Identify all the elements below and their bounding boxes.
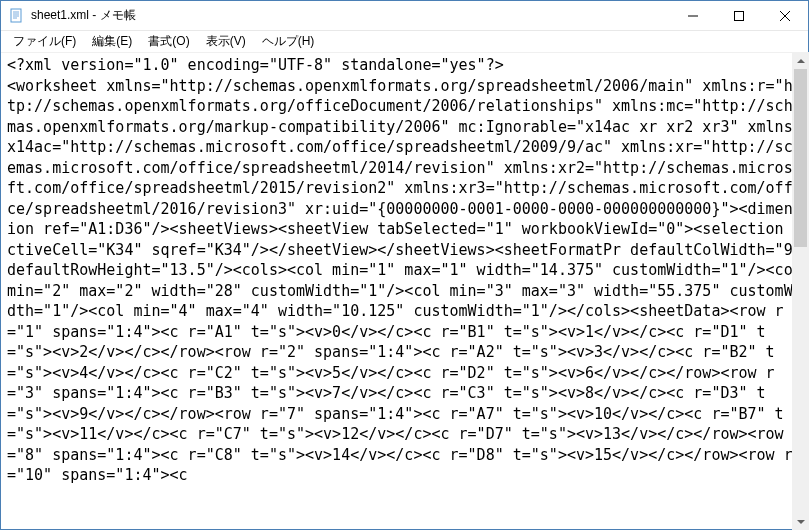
notepad-icon	[9, 8, 25, 24]
window-title: sheet1.xml - メモ帳	[31, 7, 670, 24]
menubar: ファイル(F) 編集(E) 書式(O) 表示(V) ヘルプ(H)	[1, 31, 808, 53]
svg-rect-6	[735, 11, 744, 20]
menu-format[interactable]: 書式(O)	[140, 31, 197, 52]
svg-marker-9	[797, 59, 805, 63]
minimize-button[interactable]	[670, 1, 716, 30]
svg-rect-0	[11, 9, 21, 22]
close-button[interactable]	[762, 1, 808, 30]
scrollbar-track[interactable]	[792, 69, 809, 513]
editor-area: <?xml version="1.0" encoding="UTF-8" sta…	[1, 53, 808, 529]
scroll-up-arrow-icon[interactable]	[792, 52, 809, 69]
menu-help[interactable]: ヘルプ(H)	[254, 31, 323, 52]
vertical-scrollbar[interactable]	[792, 52, 809, 530]
menu-file[interactable]: ファイル(F)	[5, 31, 84, 52]
maximize-button[interactable]	[716, 1, 762, 30]
text-content[interactable]: <?xml version="1.0" encoding="UTF-8" sta…	[1, 53, 808, 488]
titlebar: sheet1.xml - メモ帳	[1, 1, 808, 31]
scroll-down-arrow-icon[interactable]	[792, 513, 809, 530]
menu-edit[interactable]: 編集(E)	[84, 31, 140, 52]
window-controls	[670, 1, 808, 30]
svg-marker-10	[797, 520, 805, 524]
menu-view[interactable]: 表示(V)	[198, 31, 254, 52]
scrollbar-thumb[interactable]	[794, 69, 807, 247]
